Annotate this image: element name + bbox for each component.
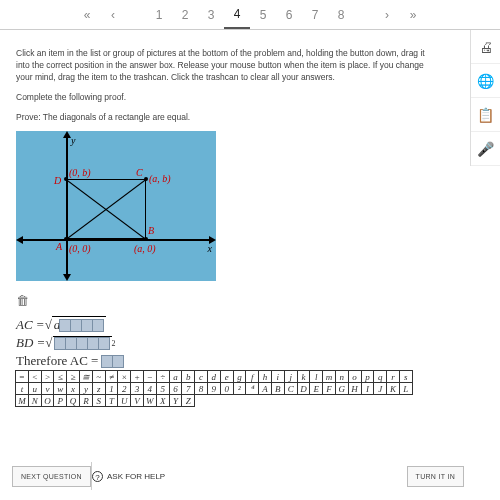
turn-in-button[interactable]: TURN IT IN bbox=[407, 466, 464, 487]
tile[interactable]: F bbox=[322, 382, 336, 395]
tile[interactable]: I bbox=[361, 382, 375, 395]
nav-last[interactable]: » bbox=[400, 2, 426, 28]
tile[interactable]: K bbox=[386, 382, 400, 395]
page-nav: « ‹ 1 2 3 4 5 6 7 8 › » bbox=[0, 0, 500, 30]
mic-icon[interactable]: 🎤 bbox=[471, 132, 500, 166]
eq2-exp: 2 bbox=[112, 339, 116, 348]
problem-area: Click an item in the list or group of pi… bbox=[0, 30, 468, 407]
tile[interactable]: V bbox=[130, 394, 144, 407]
tile[interactable]: Z bbox=[181, 394, 195, 407]
tile[interactable]: A bbox=[258, 382, 272, 395]
coord-B: (a, 0) bbox=[134, 243, 156, 254]
nav-prev[interactable]: ‹ bbox=[100, 2, 126, 28]
tile[interactable]: X bbox=[156, 394, 170, 407]
task-text-1: Complete the following proof. bbox=[16, 92, 428, 104]
tile[interactable]: L bbox=[399, 382, 413, 395]
tile[interactable]: 0 bbox=[220, 382, 234, 395]
eq1-lhs: AC = bbox=[16, 317, 45, 333]
tile[interactable]: U bbox=[117, 394, 131, 407]
label-D: D bbox=[54, 175, 61, 186]
footer-bar: NEXT QUESTION ? ASK FOR HELP TURN IT IN bbox=[12, 462, 464, 490]
tile[interactable]: E bbox=[309, 382, 323, 395]
ask-help-button[interactable]: ? ASK FOR HELP bbox=[92, 471, 165, 482]
axis-y: y bbox=[71, 135, 75, 146]
ask-help-label: ASK FOR HELP bbox=[107, 472, 165, 481]
tile[interactable]: O bbox=[41, 394, 55, 407]
tile[interactable]: B bbox=[271, 382, 285, 395]
tile[interactable]: G bbox=[335, 382, 349, 395]
page-8[interactable]: 8 bbox=[328, 2, 354, 28]
tile[interactable]: ² bbox=[233, 382, 247, 395]
label-A: A bbox=[56, 241, 62, 252]
help-icon: ? bbox=[92, 471, 103, 482]
print-icon[interactable]: 🖨 bbox=[471, 30, 500, 64]
page-1[interactable]: 1 bbox=[146, 2, 172, 28]
trash-icon[interactable]: 🗑 bbox=[16, 293, 29, 308]
nav-first[interactable]: « bbox=[74, 2, 100, 28]
tile[interactable]: T bbox=[105, 394, 119, 407]
label-B: B bbox=[148, 225, 154, 236]
coord-A: (0, 0) bbox=[69, 243, 91, 254]
tile[interactable]: N bbox=[28, 394, 42, 407]
task-text-2: Prove: The diagonals of a rectangle are … bbox=[16, 112, 428, 124]
answer-blank[interactable] bbox=[112, 355, 124, 368]
equation-2: BD = √ 2 bbox=[16, 335, 428, 351]
tile[interactable]: Y bbox=[169, 394, 183, 407]
tile[interactable]: H bbox=[348, 382, 362, 395]
page-7[interactable]: 7 bbox=[302, 2, 328, 28]
page-4[interactable]: 4 bbox=[224, 1, 250, 29]
nav-next[interactable]: › bbox=[374, 2, 400, 28]
tile[interactable]: Q bbox=[66, 394, 80, 407]
eq2-lhs: BD = bbox=[16, 335, 45, 351]
side-toolbar: 🖨 🌐 📋 🎤 bbox=[470, 30, 500, 166]
tile[interactable]: R bbox=[79, 394, 93, 407]
tile[interactable]: M bbox=[15, 394, 29, 407]
page-3[interactable]: 3 bbox=[198, 2, 224, 28]
radical-icon: √ bbox=[45, 335, 52, 351]
tile[interactable]: D bbox=[297, 382, 311, 395]
answer-blank[interactable] bbox=[92, 319, 104, 332]
tile[interactable]: S bbox=[92, 394, 106, 407]
answer-blank[interactable] bbox=[98, 337, 110, 350]
copy-icon[interactable]: 📋 bbox=[471, 98, 500, 132]
axis-x: x bbox=[208, 243, 212, 254]
page-2[interactable]: 2 bbox=[172, 2, 198, 28]
tile[interactable]: ⁴ bbox=[245, 382, 259, 395]
globe-icon[interactable]: 🌐 bbox=[471, 64, 500, 98]
coord-D: (0, b) bbox=[69, 167, 91, 178]
tile[interactable]: W bbox=[143, 394, 157, 407]
eq3-text: Therefore AC = bbox=[16, 353, 98, 369]
page-6[interactable]: 6 bbox=[276, 2, 302, 28]
next-question-button[interactable]: NEXT QUESTION bbox=[12, 466, 91, 487]
page-5[interactable]: 5 bbox=[250, 2, 276, 28]
label-C: C bbox=[136, 167, 143, 178]
tile-palette: =<>≤≥≅~≠×+−÷abcdegfhijklmnopqrs tuvwxyz1… bbox=[16, 371, 428, 407]
coord-C: (a, b) bbox=[149, 173, 171, 184]
instructions-text: Click an item in the list or group of pi… bbox=[16, 48, 428, 84]
tile[interactable]: 9 bbox=[207, 382, 221, 395]
equation-3: Therefore AC = bbox=[16, 353, 428, 369]
tile[interactable]: P bbox=[53, 394, 67, 407]
geometry-figure: D (0, b) C (a, b) A (0, 0) B (a, 0) x y bbox=[16, 131, 216, 281]
tile[interactable]: 8 bbox=[194, 382, 208, 395]
tile[interactable]: C bbox=[284, 382, 298, 395]
radical-icon: √ bbox=[45, 317, 52, 333]
equation-1: AC = √ a bbox=[16, 316, 428, 333]
tile[interactable]: J bbox=[373, 382, 387, 395]
